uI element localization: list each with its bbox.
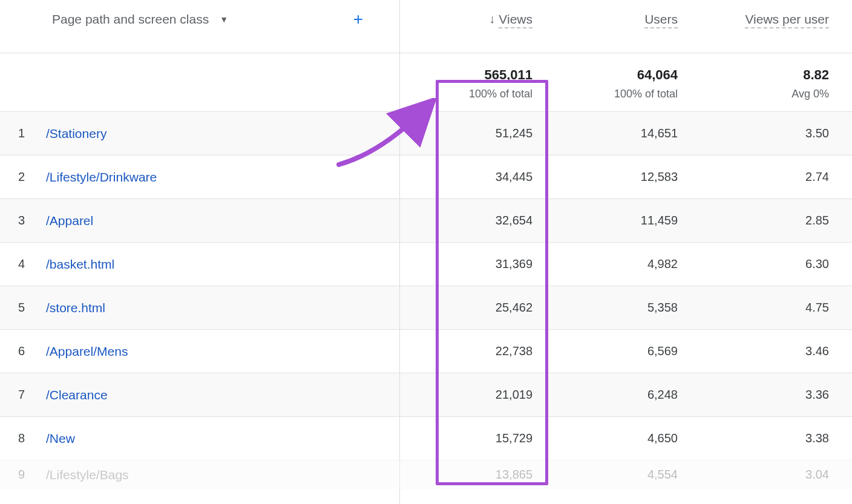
cell-vpu: 2.85 bbox=[690, 214, 847, 227]
row-index: 3 bbox=[0, 214, 46, 227]
cell-views: 22,738 bbox=[399, 344, 545, 358]
row-index: 1 bbox=[0, 126, 46, 140]
cell-views: 51,245 bbox=[399, 126, 545, 140]
col-header-users[interactable]: Users bbox=[644, 12, 678, 28]
cell-users: 4,650 bbox=[545, 431, 690, 445]
row-index: 6 bbox=[0, 344, 46, 358]
cell-vpu: 3.36 bbox=[690, 388, 847, 402]
totals-row: 565,011 100% of total 64,064 100% of tot… bbox=[0, 53, 852, 111]
cell-vpu: 6.30 bbox=[690, 257, 847, 271]
row-index: 4 bbox=[0, 257, 46, 271]
cell-vpu: 3.38 bbox=[690, 431, 847, 445]
cell-views: 13,865 bbox=[399, 468, 545, 482]
cell-views: 15,729 bbox=[399, 431, 545, 445]
cell-users: 5,358 bbox=[545, 301, 690, 315]
cell-vpu: 2.74 bbox=[690, 170, 847, 184]
table-row[interactable]: 6/Apparel/Mens22,7386,5693.46 bbox=[0, 329, 852, 373]
table-row[interactable]: 1/Stationery51,24514,6513.50 bbox=[0, 111, 852, 155]
chevron-down-icon[interactable]: ▼ bbox=[220, 15, 228, 24]
cell-views: 25,462 bbox=[399, 301, 545, 315]
row-index: 2 bbox=[0, 170, 46, 184]
page-path-link[interactable]: /Stationery bbox=[46, 126, 399, 141]
table-row[interactable]: 3/Apparel32,65411,4592.85 bbox=[0, 198, 852, 242]
cell-users: 6,248 bbox=[545, 388, 690, 402]
table-row[interactable]: 2/Lifestyle/Drinkware34,44512,5832.74 bbox=[0, 155, 852, 198]
cell-users: 14,651 bbox=[545, 126, 690, 140]
cell-users: 4,554 bbox=[545, 468, 690, 482]
cell-views: 31,369 bbox=[399, 257, 545, 271]
page-path-link[interactable]: /Apparel bbox=[46, 214, 399, 228]
cell-users: 12,583 bbox=[545, 170, 690, 184]
total-users-sub: 100% of total bbox=[545, 88, 678, 100]
cell-users: 11,459 bbox=[545, 214, 690, 227]
cell-vpu: 3.04 bbox=[690, 468, 847, 482]
total-vpu: 8.82 bbox=[690, 67, 829, 83]
page-path-link[interactable]: /Lifestyle/Bags bbox=[46, 468, 399, 482]
table-row[interactable]: 5/store.html25,4625,3584.75 bbox=[0, 286, 852, 329]
cell-users: 6,569 bbox=[545, 344, 690, 358]
report-table: Page path and screen class ▼ + ↓Views Us… bbox=[0, 0, 852, 504]
table-row[interactable]: 9/Lifestyle/Bags13,8654,5543.04 bbox=[0, 460, 852, 489]
page-path-link[interactable]: /Clearance bbox=[46, 388, 399, 402]
row-index: 8 bbox=[0, 431, 46, 445]
table-row[interactable]: 4/basket.html31,3694,9826.30 bbox=[0, 242, 852, 286]
cell-views: 32,654 bbox=[399, 214, 545, 227]
total-users: 64,064 bbox=[545, 67, 678, 83]
col-header-views[interactable]: Views bbox=[499, 12, 532, 28]
page-path-link[interactable]: /store.html bbox=[46, 301, 399, 315]
table-header: Page path and screen class ▼ + ↓Views Us… bbox=[0, 0, 852, 53]
total-views-sub: 100% of total bbox=[399, 88, 532, 100]
column-divider bbox=[399, 0, 400, 504]
cell-views: 21,019 bbox=[399, 388, 545, 402]
dimension-picker[interactable]: Page path and screen class bbox=[52, 12, 209, 27]
table-row[interactable]: 7/Clearance21,0196,2483.36 bbox=[0, 373, 852, 416]
total-views: 565,011 bbox=[399, 67, 532, 83]
add-dimension-button[interactable]: + bbox=[353, 11, 363, 28]
table-row[interactable]: 8/New15,7294,6503.38 bbox=[0, 416, 852, 460]
row-index: 7 bbox=[0, 388, 46, 402]
cell-vpu: 3.50 bbox=[690, 126, 847, 140]
page-path-link[interactable]: /basket.html bbox=[46, 257, 399, 272]
page-path-link[interactable]: /Lifestyle/Drinkware bbox=[46, 170, 399, 185]
cell-vpu: 3.46 bbox=[690, 344, 847, 358]
page-path-link[interactable]: /New bbox=[46, 431, 399, 446]
cell-users: 4,982 bbox=[545, 257, 690, 271]
row-index: 9 bbox=[0, 468, 46, 482]
total-vpu-sub: Avg 0% bbox=[690, 88, 829, 100]
sort-desc-icon[interactable]: ↓ bbox=[489, 12, 495, 25]
col-header-views-per-user[interactable]: Views per user bbox=[745, 12, 829, 28]
cell-views: 34,445 bbox=[399, 170, 545, 184]
page-path-link[interactable]: /Apparel/Mens bbox=[46, 344, 399, 359]
row-index: 5 bbox=[0, 301, 46, 315]
cell-vpu: 4.75 bbox=[690, 301, 847, 315]
